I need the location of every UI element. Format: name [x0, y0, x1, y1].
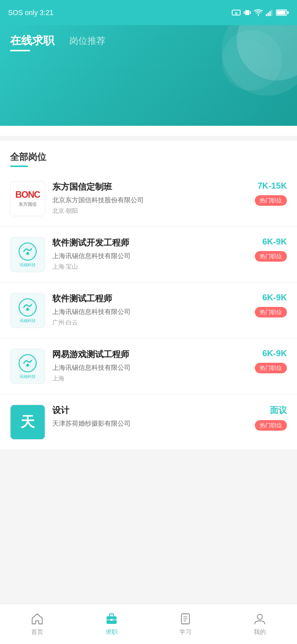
svg-rect-6: [268, 13, 269, 16]
job-salary: 6K-9K: [262, 293, 287, 303]
table-row[interactable]: 讯锡科技 软件测试工程师 上海讯锡信息科技有限公司 广州·白云 6K-9K 热门…: [0, 283, 297, 339]
job-title: 东方国信定制班: [52, 181, 248, 193]
svg-rect-8: [271, 10, 273, 16]
job-title: 软件测试开发工程师: [52, 237, 248, 249]
svg-rect-11: [287, 12, 289, 14]
company-logo: 讯锡科技: [10, 349, 45, 384]
nav-label-job: 求职: [106, 628, 118, 636]
job-company: 北京东方国信科技股份有限公司: [52, 196, 248, 205]
job-location: 上海·宝山: [52, 263, 248, 271]
wifi-icon: [254, 9, 263, 16]
status-time: SOS only 3:21: [8, 9, 53, 17]
job-info: 软件测试开发工程师 上海讯锡信息科技有限公司 上海·宝山: [52, 237, 248, 271]
company-logo: BONC 东方国信: [10, 181, 45, 216]
signal-icon: [266, 9, 273, 16]
nav-item-job[interactable]: 求职: [74, 612, 149, 636]
header-tabs: 在线求职 岗位推荐: [10, 33, 287, 51]
home-icon: [30, 612, 44, 626]
job-company: 天津苏荷婚纱摄影有限公司: [52, 419, 248, 428]
section-header: 全部岗位: [0, 141, 297, 171]
job-title: 网易游戏测试工程师: [52, 349, 248, 360]
tab-job-recommend[interactable]: 岗位推荐: [69, 35, 106, 50]
job-company: 上海讯锡信息科技有限公司: [52, 363, 248, 372]
svg-point-17: [26, 363, 29, 366]
hot-badge: 热门职位: [255, 363, 287, 373]
table-row[interactable]: 讯锡科技 软件测试开发工程师 上海讯锡信息科技有限公司 上海·宝山 6K-9K …: [0, 227, 297, 283]
nav-item-profile[interactable]: 我的: [223, 612, 297, 636]
svg-point-14: [19, 298, 36, 315]
job-right: 面议 热门职位: [255, 405, 287, 431]
table-row[interactable]: 讯锡科技 网易游戏测试工程师 上海讯锡信息科技有限公司 上海 6K-9K 热门职…: [0, 339, 297, 394]
filter-section: [0, 126, 297, 136]
svg-text:N: N: [235, 12, 237, 15]
job-info: 设计 天津苏荷婚纱摄影有限公司: [52, 405, 248, 430]
svg-rect-5: [266, 14, 267, 16]
company-logo: 讯锡科技: [10, 237, 45, 272]
job-salary: 7K-15K: [257, 181, 287, 191]
job-title: 设计: [52, 405, 248, 416]
job-location: 上海: [52, 374, 248, 383]
job-list: BONC 东方国信 东方国信定制班 北京东方国信科技股份有限公司 北京·朝阳 7…: [0, 171, 297, 450]
nav-label-profile: 我的: [254, 628, 266, 636]
job-info: 东方国信定制班 北京东方国信科技股份有限公司 北京·朝阳: [52, 181, 248, 215]
company-logo: 讯锡科技: [10, 293, 45, 328]
job-right: 6K-9K 热门职位: [255, 293, 287, 317]
job-company: 上海讯锡信息科技有限公司: [52, 252, 248, 261]
svg-rect-2: [245, 10, 249, 15]
job-salary: 面议: [270, 405, 287, 416]
svg-rect-20: [111, 619, 113, 621]
nav-item-home[interactable]: 首页: [0, 612, 74, 636]
job-info: 软件测试工程师 上海讯锡信息科技有限公司 广州·白云: [52, 293, 248, 327]
learn-icon: [178, 612, 192, 626]
job-company: 上海讯锡信息科技有限公司: [52, 307, 248, 316]
svg-point-13: [26, 252, 29, 255]
job-info: 网易游戏测试工程师 上海讯锡信息科技有限公司 上海: [52, 349, 248, 383]
nav-label-learn: 学习: [179, 628, 191, 636]
nav-item-learn[interactable]: 学习: [149, 612, 223, 636]
table-row[interactable]: 天 设计 天津苏荷婚纱摄影有限公司 面议 热门职位: [0, 394, 297, 450]
job-salary: 6K-9K: [262, 237, 287, 247]
job-title: 软件测试工程师: [52, 293, 248, 304]
svg-point-15: [26, 307, 29, 310]
svg-point-25: [257, 614, 262, 619]
job-salary: 6K-9K: [262, 349, 287, 359]
job-icon: [105, 612, 119, 626]
svg-rect-4: [250, 11, 251, 14]
battery-icon: [276, 9, 289, 16]
vibrate-icon: [244, 9, 251, 17]
svg-point-16: [19, 354, 36, 371]
header: 在线求职 岗位推荐: [0, 25, 297, 126]
job-location: 广州·白云: [52, 318, 248, 327]
job-right: 7K-15K 热门职位: [255, 181, 287, 206]
nav-label-home: 首页: [31, 628, 43, 636]
hot-badge: 热门职位: [255, 420, 287, 431]
company-logo: 天: [10, 405, 45, 440]
svg-point-12: [19, 243, 36, 260]
section-title: 全部岗位: [10, 151, 46, 167]
svg-rect-3: [244, 11, 245, 14]
hot-badge: 热门职位: [255, 251, 287, 262]
profile-icon: [253, 612, 267, 626]
hot-badge: 热门职位: [255, 307, 287, 317]
svg-rect-7: [269, 11, 271, 16]
job-right: 6K-9K 热门职位: [255, 349, 287, 373]
table-row[interactable]: BONC 东方国信 东方国信定制班 北京东方国信科技股份有限公司 北京·朝阳 7…: [0, 171, 297, 227]
hot-badge: 热门职位: [255, 195, 287, 206]
nfc-icon: N: [232, 9, 241, 16]
tab-online-jobs[interactable]: 在线求职: [10, 33, 54, 51]
job-location: 北京·朝阳: [52, 207, 248, 215]
status-icons: N: [232, 9, 289, 17]
svg-rect-10: [277, 11, 285, 15]
job-right: 6K-9K 热门职位: [255, 237, 287, 262]
bottom-nav: 首页 求职 学习: [0, 604, 297, 644]
status-bar: SOS only 3:21 N: [0, 0, 297, 25]
